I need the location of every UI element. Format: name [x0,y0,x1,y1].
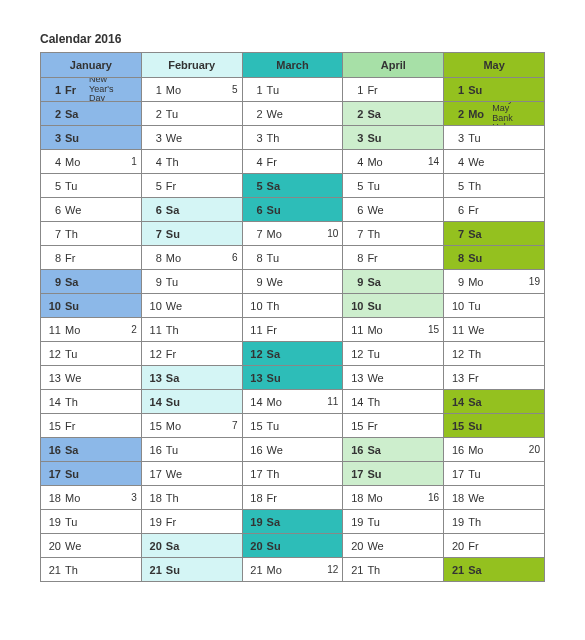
day-number: 7 [45,228,61,240]
day-number: 14 [448,396,464,408]
day-number: 13 [247,372,263,384]
day-row: 17Su [343,462,443,486]
day-number: 8 [45,252,61,264]
week-number: 3 [123,492,137,503]
day-weekday: Fr [267,492,287,504]
day-weekday: Mo [468,444,488,456]
day-weekday: Tu [65,348,85,360]
day-row: 1Fr [343,78,443,102]
day-row: 1Mo5 [142,78,242,102]
day-row: 6Su [243,198,343,222]
day-number: 7 [146,228,162,240]
day-number: 5 [448,180,464,192]
day-number: 9 [448,276,464,288]
day-number: 3 [45,132,61,144]
day-weekday: Tu [267,84,287,96]
day-number: 6 [45,204,61,216]
day-row: 4Mo14 [343,150,443,174]
week-number: 11 [324,396,338,407]
day-number: 16 [146,444,162,456]
day-row: 17Tu [444,462,544,486]
day-weekday: Mo [65,156,85,168]
day-row: 21Mo12 [243,558,343,582]
day-row: 16Tu [142,438,242,462]
day-number: 5 [247,180,263,192]
day-weekday: Tu [65,180,85,192]
day-row: 14Mo11 [243,390,343,414]
day-row: 11Fr [243,318,343,342]
day-number: 17 [448,468,464,480]
day-weekday: Sa [166,204,186,216]
day-row: 19Fr [142,510,242,534]
day-weekday: Sa [367,444,387,456]
day-weekday: Su [468,420,488,432]
week-number: 5 [224,84,238,95]
day-number: 6 [247,204,263,216]
day-row: 6We [343,198,443,222]
day-weekday: Fr [65,84,85,96]
day-weekday: We [166,132,186,144]
day-number: 12 [45,348,61,360]
day-weekday: Th [65,228,85,240]
day-number: 21 [45,564,61,576]
day-number: 12 [247,348,263,360]
week-number: 16 [425,492,439,503]
day-row: 2Sa [343,102,443,126]
day-number: 20 [347,540,363,552]
day-weekday: Th [367,396,387,408]
day-row: 5Fr [142,174,242,198]
day-row: 9Sa [41,270,141,294]
day-weekday: Tu [166,444,186,456]
day-weekday: Su [367,132,387,144]
day-weekday: Mo [166,252,186,264]
day-number: 10 [146,300,162,312]
day-number: 11 [347,324,363,336]
day-row: 6We [41,198,141,222]
day-weekday: Tu [468,468,488,480]
day-row: 15Fr [343,414,443,438]
day-row: 6Sa [142,198,242,222]
day-row: 3Th [243,126,343,150]
day-number: 8 [347,252,363,264]
month-column: April1Fr2Sa3Su4Mo145Tu6We7Th8Fr9Sa10Su11… [343,53,444,582]
day-weekday: Th [166,492,186,504]
day-row: 11We [444,318,544,342]
day-row: 20We [41,534,141,558]
month-header: May [444,53,544,78]
day-weekday: Sa [65,276,85,288]
week-number: 12 [324,564,338,575]
day-weekday: Su [468,252,488,264]
day-row: 2Sa [41,102,141,126]
day-weekday: Tu [367,348,387,360]
month-column: February1Mo52Tu3We4Th5Fr6Sa7Su8Mo69Tu10W… [142,53,243,582]
day-number: 3 [146,132,162,144]
day-number: 9 [146,276,162,288]
day-weekday: We [468,492,488,504]
day-number: 9 [347,276,363,288]
day-row: 11Mo15 [343,318,443,342]
day-weekday: Su [65,468,85,480]
day-weekday: Mo [65,324,85,336]
day-weekday: Sa [267,516,287,528]
day-weekday: Th [367,564,387,576]
day-number: 17 [45,468,61,480]
day-number: 15 [146,420,162,432]
day-number: 17 [347,468,363,480]
day-weekday: Fr [166,516,186,528]
day-weekday: Fr [468,540,488,552]
day-weekday: We [166,468,186,480]
day-weekday: Sa [367,108,387,120]
day-row: 19Th [444,510,544,534]
day-row: 10Th [243,294,343,318]
day-number: 12 [448,348,464,360]
day-weekday: Fr [65,420,85,432]
day-weekday: Tu [166,276,186,288]
day-row: 18We [444,486,544,510]
month-column: January1FrNew Year's Day2Sa3Su4Mo15Tu6We… [41,53,142,582]
day-weekday: Su [166,396,186,408]
day-weekday: We [267,444,287,456]
day-row: 13Fr [444,366,544,390]
day-number: 14 [247,396,263,408]
day-number: 11 [45,324,61,336]
day-number: 3 [247,132,263,144]
